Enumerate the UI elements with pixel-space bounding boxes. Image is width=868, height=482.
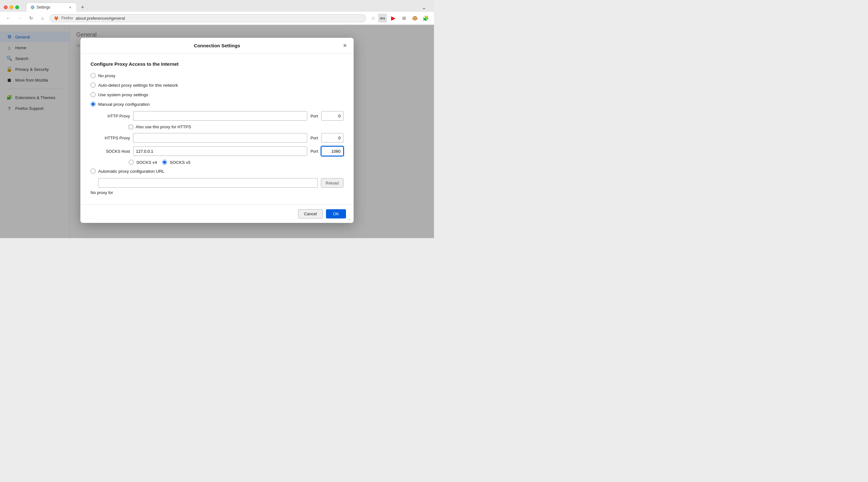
dialog-close-button[interactable]: ✕: [341, 42, 348, 50]
http-port-input[interactable]: [321, 111, 343, 121]
address-bar[interactable]: 🦊 Firefox about:preferences#general: [50, 14, 366, 22]
reload-button[interactable]: ↻: [27, 14, 36, 23]
https-proxy-row: HTTPS Proxy Port: [98, 133, 343, 142]
socks-host-input[interactable]: [133, 147, 307, 156]
dialog-overlay: Connection Settings ✕ Configure Proxy Ac…: [0, 25, 434, 238]
socks-version-row: SOCKS v4 SOCKS v5: [129, 160, 343, 165]
no-proxy-label: No proxy: [98, 73, 115, 78]
forward-button[interactable]: →: [15, 14, 24, 23]
tab-close-button[interactable]: ✕: [68, 5, 73, 10]
socks4-option[interactable]: SOCKS v4: [129, 160, 157, 165]
http-proxy-label: HTTP Proxy: [98, 114, 130, 119]
socks-port-label: Port: [310, 149, 318, 154]
socks-port-input[interactable]: [321, 147, 343, 156]
socks5-radio[interactable]: [162, 160, 167, 165]
tab-title: Settings: [36, 5, 66, 9]
https-proxy-label: HTTPS Proxy: [98, 136, 130, 140]
socks4-radio[interactable]: [129, 160, 134, 165]
system-proxy-radio[interactable]: [91, 92, 96, 97]
http-proxy-row: HTTP Proxy Port: [98, 111, 343, 121]
resize-handle[interactable]: ⤡: [348, 218, 352, 222]
auto-url-input[interactable]: [98, 178, 318, 188]
https-also-checkbox[interactable]: [129, 125, 133, 129]
grid-icon[interactable]: ⊞: [400, 14, 409, 23]
socks4-label: SOCKS v4: [136, 160, 157, 165]
cancel-button[interactable]: Cancel: [298, 209, 323, 219]
auto-detect-label: Auto-detect proxy settings for this netw…: [98, 83, 178, 88]
no-proxy-for-label: No proxy for: [91, 190, 343, 195]
auto-proxy-option[interactable]: Automatic proxy configuration URL: [91, 169, 343, 174]
socks5-option[interactable]: SOCKS v5: [162, 160, 190, 165]
extensions-button[interactable]: 🧩: [421, 14, 430, 23]
https-port-input[interactable]: [321, 133, 343, 142]
traffic-lights: [4, 5, 19, 9]
auto-detect-radio[interactable]: [91, 83, 96, 88]
address-text: about:preferences#general: [75, 16, 362, 21]
socks-host-row: SOCKS Host Port: [98, 147, 343, 156]
https-port-label: Port: [310, 136, 318, 140]
reload-button[interactable]: Reload: [321, 178, 343, 188]
no-proxy-option[interactable]: No proxy: [91, 73, 343, 78]
connection-settings-dialog: Connection Settings ✕ Configure Proxy Ac…: [81, 38, 353, 223]
https-proxy-input[interactable]: [133, 133, 307, 142]
close-window-button[interactable]: [4, 5, 8, 9]
dialog-body: Configure Proxy Access to the Internet N…: [81, 54, 353, 204]
socks-host-label: SOCKS Host: [98, 149, 130, 154]
ok-button[interactable]: OK: [326, 209, 346, 219]
firefox-icon: 🦊: [54, 16, 59, 21]
settings-tab[interactable]: ⚙️ Settings ✕: [26, 3, 77, 12]
tab-favicon: ⚙️: [30, 5, 35, 9]
fullscreen-window-button[interactable]: [15, 5, 19, 9]
home-button[interactable]: ⌂: [38, 14, 47, 23]
dialog-header: Connection Settings ✕: [81, 38, 353, 54]
socks5-label: SOCKS v5: [170, 160, 190, 165]
monkey-icon[interactable]: 🐵: [410, 14, 420, 23]
back-button[interactable]: ←: [4, 14, 13, 23]
http-proxy-input[interactable]: [133, 111, 307, 121]
auto-proxy-label: Automatic proxy configuration URL: [98, 169, 164, 174]
dialog-title: Connection Settings: [194, 43, 240, 48]
dialog-footer: Cancel OK: [81, 204, 353, 223]
manual-proxy-option[interactable]: Manual proxy configuration: [91, 102, 343, 107]
bookmark-button[interactable]: ☆: [371, 15, 376, 21]
new-tab-button[interactable]: +: [78, 3, 87, 12]
no-proxy-radio[interactable]: [91, 73, 96, 78]
http-port-label: Port: [310, 114, 318, 119]
proxy-section-title: Configure Proxy Access to the Internet: [91, 61, 343, 67]
system-proxy-option[interactable]: Use system proxy settings: [91, 92, 343, 97]
auto-detect-option[interactable]: Auto-detect proxy settings for this netw…: [91, 83, 343, 88]
manual-proxy-radio[interactable]: [91, 102, 96, 107]
firefox-brand: Firefox: [61, 16, 73, 20]
https-also-label: Also use this proxy for HTTPS: [136, 125, 191, 129]
minimize-window-button[interactable]: [9, 5, 13, 9]
extension-icon-1[interactable]: æa: [378, 14, 387, 23]
manual-proxy-label: Manual proxy configuration: [98, 102, 150, 107]
system-proxy-label: Use system proxy settings: [98, 92, 148, 97]
window-expand-button[interactable]: ⌄: [422, 4, 430, 11]
auto-proxy-radio[interactable]: [91, 169, 96, 174]
youtube-icon[interactable]: ▶: [389, 14, 398, 23]
https-also-row: Also use this proxy for HTTPS: [129, 125, 343, 129]
auto-url-row: Reload: [91, 178, 343, 188]
